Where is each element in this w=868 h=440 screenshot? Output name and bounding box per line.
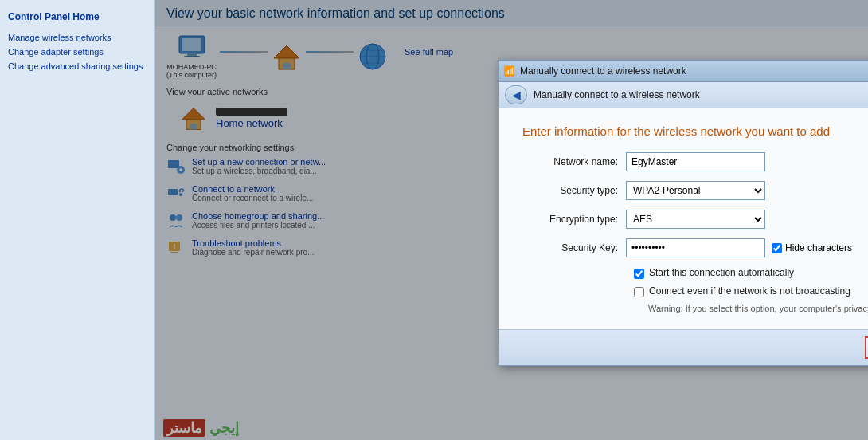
- main-content: View your basic network information and …: [155, 0, 868, 440]
- sidebar-link-change-advanced[interactable]: Change advanced sharing settings: [0, 59, 154, 73]
- dialog-title-icon: 📶: [503, 65, 515, 77]
- dialog-back-btn[interactable]: ◀: [505, 85, 527, 104]
- warning-text: Warning: If you select this option, your…: [648, 304, 868, 313]
- encryption-type-select[interactable]: AES TKIP: [626, 210, 765, 229]
- sidebar-control-panel-home[interactable]: Control Panel Home: [0, 6, 154, 30]
- dialog-body: Enter information for the wireless netwo…: [499, 108, 868, 329]
- security-type-select[interactable]: WPA2-Personal No authentication (Open) W…: [626, 181, 765, 200]
- security-type-row: Security type: WPA2-Personal No authenti…: [522, 181, 868, 200]
- dialog-titlebar: 📶 Manually connect to a wireless network…: [499, 61, 868, 82]
- dialog-title-text: Manually connect to a wireless network: [520, 65, 868, 77]
- security-key-row: Security Key: Hide characters: [522, 238, 868, 257]
- network-name-label: Network name:: [522, 156, 626, 167]
- sidebar-link-change-adapter[interactable]: Change adapter settings: [0, 45, 154, 59]
- start-auto-row: Start this connection automatically: [634, 267, 868, 279]
- hide-characters-checkbox[interactable]: [772, 243, 782, 253]
- network-name-row: Network name:: [522, 152, 868, 171]
- security-key-label: Security Key:: [522, 242, 626, 253]
- connect-not-broadcasting-checkbox[interactable]: [634, 287, 644, 297]
- next-button[interactable]: Next: [865, 336, 868, 359]
- connect-not-broadcasting-row: Connect even if the network is not broad…: [634, 285, 868, 297]
- hide-characters-label: Hide characters: [772, 242, 852, 253]
- sidebar-link-manage-wireless[interactable]: Manage wireless networks: [0, 30, 154, 45]
- dialog-heading: Enter information for the wireless netwo…: [522, 124, 868, 138]
- security-type-label: Security type:: [522, 185, 626, 196]
- start-auto-checkbox[interactable]: [634, 269, 644, 279]
- security-key-input[interactable]: [626, 238, 765, 257]
- network-name-input[interactable]: [626, 152, 765, 171]
- dialog-footer: Next Cancel: [499, 329, 868, 365]
- encryption-type-label: Encryption type:: [522, 214, 626, 225]
- dialog-nav-title: Manually connect to a wireless network: [534, 89, 700, 100]
- connect-not-broadcasting-label: Connect even if the network is not broad…: [649, 285, 850, 297]
- dialog-nav: ◀ Manually connect to a wireless network: [499, 82, 868, 108]
- wireless-dialog: 📶 Manually connect to a wireless network…: [498, 60, 868, 366]
- sidebar: Control Panel Home Manage wireless netwo…: [0, 0, 155, 440]
- start-auto-label: Start this connection automatically: [649, 267, 794, 278]
- encryption-type-row: Encryption type: AES TKIP: [522, 210, 868, 229]
